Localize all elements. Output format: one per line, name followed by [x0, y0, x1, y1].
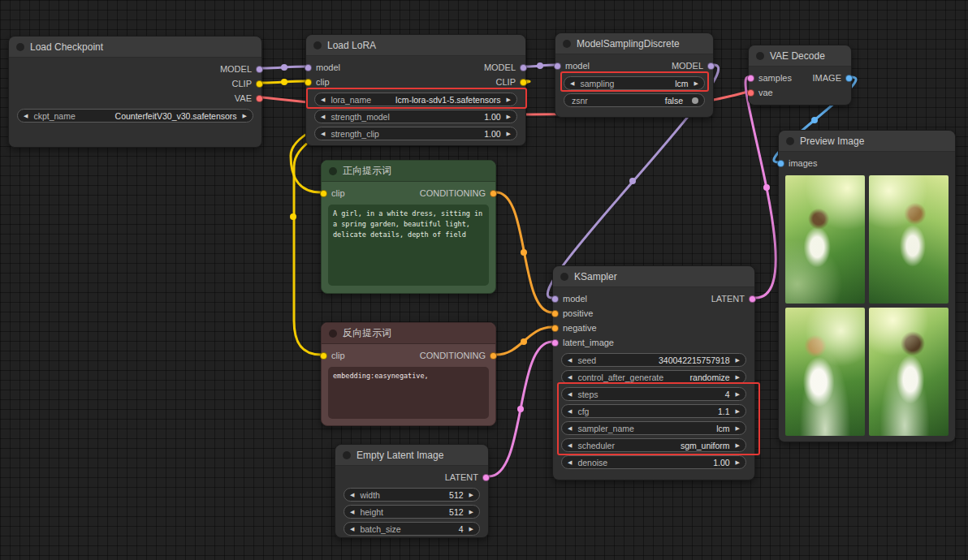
collapse-icon[interactable] [560, 273, 568, 281]
increment-icon[interactable]: ▶ [507, 97, 511, 102]
increment-icon[interactable]: ▶ [469, 526, 473, 532]
node-load-lora[interactable]: Load LoRA model MODEL clip CLIP [305, 34, 526, 146]
decrement-icon[interactable]: ◀ [321, 131, 325, 136]
collapse-icon[interactable] [563, 40, 571, 48]
model-port-icon[interactable] [256, 66, 263, 73]
node-vae-decode[interactable]: VAE Decode samples IMAGE vae [748, 45, 852, 106]
input-port-negative[interactable]: negative [551, 323, 597, 333]
input-port-model[interactable]: model [551, 294, 587, 304]
decrement-icon[interactable]: ◀ [568, 408, 572, 414]
model-port-icon[interactable] [305, 64, 312, 71]
node-preview-image[interactable]: Preview Image images [778, 130, 956, 442]
widget-lora-name[interactable]: ◀ lora_name lcm-lora-sdv1-5.safetensors … [314, 93, 517, 106]
widget-height[interactable]: ◀ height 512 ▶ [344, 505, 480, 519]
node-header[interactable]: KSampler [553, 266, 754, 287]
increment-icon[interactable]: ▶ [694, 80, 698, 86]
output-port-conditioning[interactable]: CONDITIONING [420, 188, 497, 198]
decrement-icon[interactable]: ◀ [568, 374, 572, 380]
widget-zsnr-toggle[interactable]: zsnr false [564, 93, 705, 107]
decrement-icon[interactable]: ◀ [568, 459, 572, 465]
decrement-icon[interactable]: ◀ [570, 80, 574, 86]
input-port-clip[interactable]: clip [305, 77, 330, 87]
input-port-positive[interactable]: positive [551, 308, 593, 318]
output-port-conditioning[interactable]: CONDITIONING [420, 351, 497, 360]
output-port-clip[interactable]: CLIP [232, 79, 263, 88]
increment-icon[interactable]: ▶ [736, 442, 740, 448]
decrement-icon[interactable]: ◀ [568, 425, 572, 431]
decrement-icon[interactable]: ◀ [350, 492, 354, 498]
widget-denoise[interactable]: ◀ denoise 1.00 ▶ [561, 455, 746, 469]
node-header[interactable]: VAE Decode [749, 45, 851, 67]
node-header[interactable]: Empty Latent Image [335, 445, 488, 466]
node-load-checkpoint[interactable]: Load Checkpoint MODEL CLIP VAE [8, 36, 262, 148]
vae-port-icon[interactable] [256, 95, 263, 102]
collapse-icon[interactable] [313, 41, 322, 50]
widget-strength-model[interactable]: ◀ strength_model 1.00 ▶ [314, 110, 517, 123]
decrement-icon[interactable]: ◀ [568, 391, 572, 397]
node-header[interactable]: 正向提示词 [322, 161, 495, 182]
increment-icon[interactable]: ▶ [507, 114, 511, 119]
output-port-model[interactable]: MODEL [220, 64, 263, 74]
node-negative-prompt[interactable]: 反向提示词 clip CONDITIONING embedding:easyne… [321, 322, 496, 426]
input-port-samples[interactable]: samples [747, 73, 792, 83]
increment-icon[interactable]: ▶ [736, 408, 740, 414]
input-port-model[interactable]: model [305, 62, 340, 72]
vae-port-icon[interactable] [747, 89, 754, 97]
image-port-icon[interactable] [777, 160, 784, 167]
widget-sampling[interactable]: ◀ sampling lcm ▶ [564, 76, 705, 90]
collapse-icon[interactable] [329, 167, 337, 175]
input-port-latent-image[interactable]: latent_image [551, 338, 614, 347]
widget-width[interactable]: ◀ width 512 ▶ [344, 488, 480, 502]
output-port-model[interactable]: MODEL [672, 61, 715, 71]
latent-port-icon[interactable] [747, 75, 754, 82]
widget-scheduler[interactable]: ◀ scheduler sgm_uniform ▶ [561, 438, 746, 452]
node-header[interactable]: ModelSamplingDiscrete [555, 33, 713, 54]
model-port-icon[interactable] [554, 62, 561, 70]
latent-port-icon[interactable] [551, 339, 559, 347]
decrement-icon[interactable]: ◀ [321, 97, 325, 102]
model-port-icon[interactable] [551, 295, 559, 303]
increment-icon[interactable]: ▶ [736, 391, 740, 397]
clip-port-icon[interactable] [256, 80, 263, 88]
widget-batch-size[interactable]: ◀ batch_size 4 ▶ [344, 522, 480, 536]
widget-sampler-name[interactable]: ◀ sampler_name lcm ▶ [561, 421, 746, 435]
increment-icon[interactable]: ▶ [736, 374, 740, 380]
conditioning-port-icon[interactable] [490, 352, 497, 360]
increment-icon[interactable]: ▶ [469, 509, 473, 515]
increment-icon[interactable]: ▶ [736, 357, 740, 363]
collapse-icon[interactable] [16, 43, 24, 51]
node-header[interactable]: Load Checkpoint [9, 37, 261, 58]
decrement-icon[interactable]: ◀ [568, 442, 572, 448]
output-port-model[interactable]: MODEL [484, 62, 527, 72]
latent-port-icon[interactable] [482, 474, 490, 481]
decrement-icon[interactable]: ◀ [350, 526, 354, 532]
conditioning-port-icon[interactable] [490, 190, 497, 197]
widget-ckpt-name[interactable]: ◀ ckpt_name CounterfeitV30_v30.safetenso… [17, 109, 253, 123]
increment-icon[interactable]: ▶ [736, 425, 740, 431]
collapse-icon[interactable] [343, 451, 351, 459]
decrement-icon[interactable]: ◀ [350, 509, 354, 515]
output-port-latent[interactable]: LATENT [445, 472, 490, 482]
input-port-model[interactable]: model [554, 61, 590, 71]
clip-port-icon[interactable] [320, 352, 327, 360]
node-header[interactable]: Preview Image [779, 131, 955, 152]
increment-icon[interactable]: ▶ [507, 131, 511, 136]
decrement-icon[interactable]: ◀ [568, 357, 572, 363]
model-port-icon[interactable] [707, 62, 715, 70]
collapse-icon[interactable] [329, 330, 337, 338]
output-port-image[interactable]: IMAGE [813, 73, 853, 83]
output-port-latent[interactable]: LATENT [711, 294, 756, 304]
clip-port-icon[interactable] [305, 79, 312, 86]
latent-port-icon[interactable] [749, 295, 756, 303]
widget-strength-clip[interactable]: ◀ strength_clip 1.00 ▶ [314, 127, 517, 140]
increment-icon[interactable]: ▶ [469, 492, 473, 498]
decrement-icon[interactable]: ◀ [321, 114, 325, 119]
input-port-vae[interactable]: vae [747, 88, 773, 97]
node-header[interactable]: 反向提示词 [322, 323, 495, 344]
collapse-icon[interactable] [756, 52, 764, 60]
prompt-text-area[interactable]: A girl, in a white dress, sitting in a s… [328, 205, 489, 286]
increment-icon[interactable]: ▶ [736, 459, 740, 465]
conditioning-port-icon[interactable] [551, 325, 559, 332]
widget-steps[interactable]: ◀ steps 4 ▶ [561, 387, 746, 401]
clip-port-icon[interactable] [520, 79, 527, 86]
